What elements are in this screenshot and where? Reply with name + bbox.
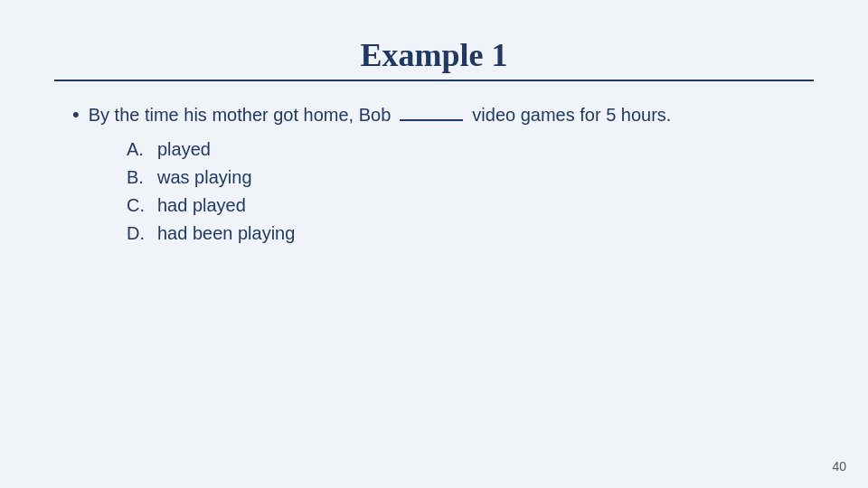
option-text: had been playing bbox=[157, 223, 295, 244]
slide-title: Example 1 bbox=[54, 36, 814, 74]
list-item: B.was playing bbox=[127, 167, 814, 188]
option-label: C. bbox=[127, 195, 148, 216]
option-label: D. bbox=[127, 223, 148, 244]
slide: Example 1 • By the time his mother got h… bbox=[0, 0, 868, 488]
title-divider bbox=[54, 80, 814, 81]
options-list: A.playedB.was playingC.had playedD.had b… bbox=[72, 139, 814, 244]
option-text: played bbox=[157, 139, 211, 160]
list-item: D.had been playing bbox=[127, 223, 814, 244]
option-text: had played bbox=[157, 195, 246, 216]
option-label: A. bbox=[127, 139, 148, 160]
blank-space bbox=[400, 119, 463, 121]
page-number: 40 bbox=[832, 459, 846, 474]
bullet-point: • bbox=[72, 103, 80, 127]
option-label: B. bbox=[127, 167, 148, 188]
title-section: Example 1 bbox=[54, 36, 814, 81]
option-text: was playing bbox=[157, 167, 252, 188]
list-item: A.played bbox=[127, 139, 814, 160]
content-area: • By the time his mother got home, Bob v… bbox=[54, 103, 814, 244]
question-after: video games for 5 hours. bbox=[472, 105, 671, 126]
question-text: • By the time his mother got home, Bob v… bbox=[72, 103, 814, 127]
question-before: By the time his mother got home, Bob bbox=[89, 105, 392, 126]
list-item: C.had played bbox=[127, 195, 814, 216]
